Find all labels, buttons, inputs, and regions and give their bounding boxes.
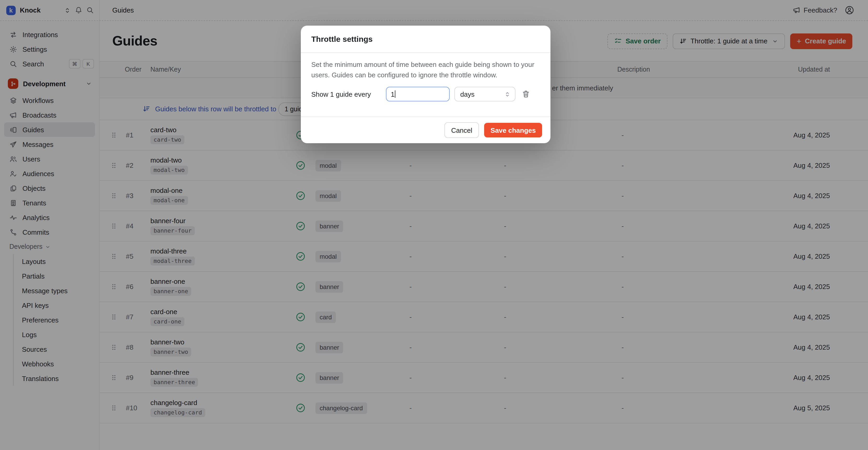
cancel-button[interactable]: Cancel: [444, 122, 479, 138]
chevron-up-down-icon: [504, 91, 511, 97]
throttle-form-row: Show 1 guide every 1 days: [311, 87, 540, 102]
interval-unit-value: days: [460, 90, 474, 98]
interval-value-input[interactable]: 1: [386, 87, 450, 102]
interval-unit-select[interactable]: days: [454, 87, 516, 102]
modal-header: Throttle settings: [301, 26, 551, 53]
app-root: k Knock Guides Feedback?: [0, 0, 868, 450]
text-caret: [395, 90, 396, 98]
trash-icon[interactable]: [522, 90, 530, 98]
modal-description: Set the minimum amount of time between e…: [311, 60, 540, 80]
interval-value: 1: [391, 90, 394, 98]
save-changes-button[interactable]: Save changes: [485, 123, 542, 137]
throttle-row-label: Show 1 guide every: [311, 90, 371, 98]
modal-footer: Cancel Save changes: [301, 117, 551, 143]
throttle-settings-modal: Throttle settings Set the minimum amount…: [301, 26, 551, 143]
modal-title: Throttle settings: [311, 34, 373, 44]
modal-body: Set the minimum amount of time between e…: [301, 53, 551, 117]
